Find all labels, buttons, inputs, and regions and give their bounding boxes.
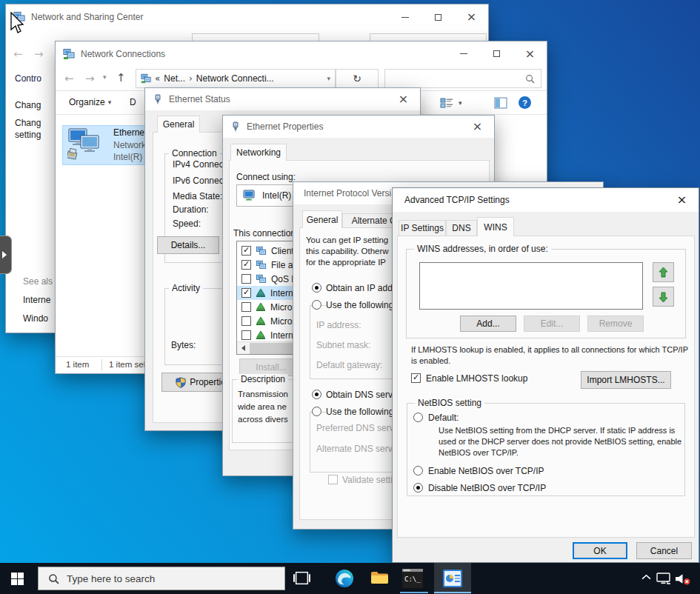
- move-down-button[interactable]: [653, 287, 674, 307]
- item-checkbox[interactable]: ✓: [241, 288, 251, 298]
- taskbar-search-input[interactable]: Type here to search: [38, 567, 285, 590]
- recent-locations-icon[interactable]: ▾: [103, 73, 107, 81]
- edge-button[interactable]: [335, 569, 354, 590]
- breadcrumb-parent[interactable]: Net...: [164, 73, 185, 84]
- netbios-default-label[interactable]: Default:: [428, 413, 459, 423]
- task-view-button[interactable]: [293, 570, 310, 589]
- ethernet-plug-icon: [153, 94, 163, 104]
- nsc-close-button[interactable]: ×: [455, 4, 488, 30]
- netconn-titlebar[interactable]: Network Connections ×: [56, 41, 547, 66]
- breadcrumb-chevrons[interactable]: «: [155, 73, 160, 84]
- nsc-forward-icon[interactable]: →: [34, 47, 44, 61]
- adapter-name[interactable]: Ethernet: [113, 127, 147, 138]
- item-checkbox[interactable]: [241, 274, 251, 284]
- breadcrumb-dropdown-icon[interactable]: ▾: [327, 75, 330, 82]
- organize-menu-button[interactable]: Organize ▾: [69, 97, 111, 107]
- side-panel-handle[interactable]: [0, 236, 12, 274]
- obtain-dns-label[interactable]: Obtain DNS serv: [326, 390, 393, 400]
- ethprops-titlebar[interactable]: Ethernet Properties ×: [223, 116, 494, 138]
- add-button[interactable]: Add...: [460, 316, 516, 332]
- ethstatus-close-button[interactable]: ×: [387, 88, 420, 110]
- search-input[interactable]: [384, 69, 541, 88]
- item-checkbox[interactable]: [241, 302, 251, 312]
- tab-general-ipv4[interactable]: General: [302, 210, 342, 228]
- netbios-enable-radio[interactable]: [413, 466, 423, 475]
- refresh-button[interactable]: ↻: [336, 69, 379, 88]
- nsc-change-sharing-link-line2[interactable]: setting: [15, 130, 41, 140]
- netconn-maximize-button[interactable]: [480, 41, 513, 66]
- back-icon[interactable]: ←: [64, 72, 74, 85]
- nsc-change-sharing-link-line1[interactable]: Chang: [15, 118, 41, 128]
- close-icon: ×: [473, 121, 482, 133]
- connect-using-label: Connect using:: [236, 172, 296, 182]
- lmhosts-checkbox-label[interactable]: Enable LMHOSTS lookup: [426, 373, 527, 384]
- forward-icon[interactable]: →: [85, 72, 95, 85]
- ip-address-label: IP address:: [316, 320, 361, 330]
- item-checkbox[interactable]: ✓: [241, 246, 251, 256]
- netbios-default-radio[interactable]: [413, 413, 423, 422]
- up-icon[interactable]: ↑: [116, 71, 126, 84]
- nsc-firewall-link[interactable]: Windo: [23, 313, 48, 324]
- nsc-change-adapter-link[interactable]: Chang: [15, 100, 41, 110]
- view-options-icon[interactable]: [440, 97, 453, 109]
- view-options-dropdown-icon[interactable]: ▾: [459, 99, 462, 107]
- cancel-button[interactable]: Cancel: [636, 542, 692, 559]
- control-panel-button[interactable]: [434, 563, 471, 594]
- use-ip-label[interactable]: Use the following: [326, 300, 396, 310]
- obtain-ip-label[interactable]: Obtain an IP add: [326, 283, 393, 293]
- advanced-close-button[interactable]: ×: [665, 188, 699, 212]
- move-up-button[interactable]: [653, 262, 674, 282]
- edit-button[interactable]: Edit...: [524, 316, 580, 332]
- lmhosts-checkbox[interactable]: ✓: [411, 373, 421, 383]
- nsc-minimize-button[interactable]: [388, 4, 421, 30]
- tab-ip-settings[interactable]: IP Settings: [399, 220, 446, 236]
- item-checkbox[interactable]: ✓: [241, 260, 251, 270]
- tab-general[interactable]: General: [157, 116, 200, 133]
- breadcrumb-current[interactable]: Network Connecti...: [196, 73, 274, 84]
- file-explorer-button[interactable]: [370, 570, 389, 587]
- tab-wins[interactable]: WINS: [477, 217, 514, 236]
- nsc-maximize-button[interactable]: [421, 4, 455, 30]
- ethstatus-titlebar[interactable]: Ethernet Status ×: [145, 88, 420, 110]
- netconn-close-button[interactable]: ×: [513, 41, 547, 66]
- netbios-disable-radio[interactable]: [413, 483, 423, 493]
- import-lmhosts-button[interactable]: Import LMHOSTS...: [581, 371, 671, 389]
- netconn-minimize-button[interactable]: [447, 41, 480, 66]
- use-dns-radio[interactable]: [312, 407, 321, 416]
- tab-networking[interactable]: Networking: [230, 144, 287, 161]
- tray-network-button[interactable]: [656, 573, 672, 585]
- netbios-enable-label[interactable]: Enable NetBIOS over TCP/IP: [428, 466, 544, 476]
- wins-address-listbox[interactable]: [419, 262, 643, 310]
- ok-button[interactable]: OK: [573, 542, 627, 559]
- tray-show-hidden-button[interactable]: [641, 574, 651, 581]
- remove-button[interactable]: Remove: [587, 316, 644, 332]
- obtain-ip-radio[interactable]: [312, 283, 321, 293]
- item-checkbox[interactable]: [241, 330, 251, 340]
- nsc-titlebar[interactable]: Network and Sharing Center ×: [6, 4, 488, 30]
- cmd-button[interactable]: C:\_: [402, 569, 423, 590]
- netbios-disable-label[interactable]: Disable NetBIOS over TCP/IP: [428, 483, 546, 493]
- help-icon[interactable]: ?: [519, 96, 531, 109]
- nsc-title: Network and Sharing Center: [31, 12, 143, 22]
- toolbar-more-label[interactable]: D: [130, 97, 136, 107]
- use-ip-radio[interactable]: [312, 300, 321, 310]
- nsc-back-icon[interactable]: ←: [13, 47, 23, 61]
- item-checkbox[interactable]: [241, 316, 251, 326]
- nsc-control-panel-home-link[interactable]: Contro: [15, 73, 41, 84]
- preview-pane-icon[interactable]: [494, 97, 507, 109]
- scroll-left-button[interactable]: [237, 342, 250, 355]
- use-dns-label[interactable]: Use the following: [326, 407, 396, 417]
- start-button[interactable]: [0, 563, 34, 594]
- cmd-running-indicator: [400, 592, 428, 593]
- nsc-internet-options-link[interactable]: Interne: [23, 295, 50, 305]
- tray-volume-button[interactable]: [675, 573, 690, 585]
- tab-dns[interactable]: DNS: [446, 220, 477, 236]
- details-button[interactable]: Details...: [157, 236, 219, 254]
- validate-checkbox[interactable]: [328, 475, 338, 484]
- advanced-titlebar[interactable]: Advanced TCP/IP Settings ×: [393, 188, 699, 212]
- speed-label: Speed:: [173, 218, 201, 229]
- obtain-dns-radio[interactable]: [312, 390, 321, 399]
- ethprops-close-button[interactable]: ×: [461, 116, 494, 138]
- ethernet-adapter-icon[interactable]: [67, 128, 101, 161]
- breadcrumb[interactable]: « Net... › Network Connecti... ▾: [136, 69, 336, 88]
